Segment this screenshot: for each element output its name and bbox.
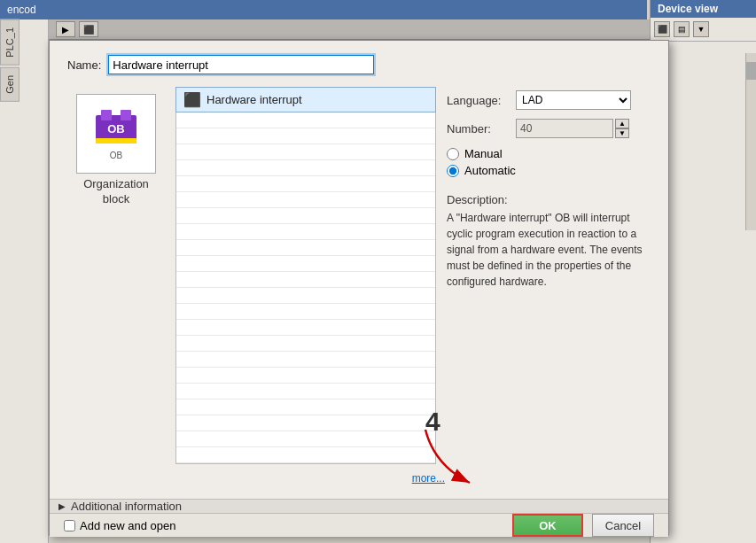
svg-rect-2 [121, 110, 131, 120]
spin-buttons: ▲ ▼ [615, 119, 629, 138]
cancel-button[interactable]: Cancel [592, 514, 654, 537]
sidebar-tab-gen[interactable]: Gen [0, 67, 19, 102]
language-row: Language: LAD FBD STL SCL [447, 90, 651, 110]
list-row [176, 352, 435, 368]
list-row [176, 431, 435, 447]
spin-up-btn[interactable]: ▲ [615, 119, 629, 128]
add-open-label: Add new and open [80, 519, 175, 532]
ide-toolbar: ▶ ⬛ [49, 19, 650, 40]
list-row [176, 447, 435, 463]
right-panel-btn-3[interactable]: ▼ [693, 21, 709, 37]
radio-automatic-row: Automatic [447, 164, 651, 177]
ide-titlebar: encod [0, 0, 647, 19]
options-panel: Language: LAD FBD STL SCL Number: ▲ [447, 87, 651, 464]
ide-title: encod [7, 4, 36, 16]
list-row [176, 192, 435, 208]
sidebar-tab-plc[interactable]: PLC_1 [0, 19, 19, 66]
number-row: Number: ▲ ▼ [447, 119, 651, 138]
list-selected-item[interactable]: ⬛ Hardware interrupt [175, 87, 436, 112]
expand-icon[interactable]: ▶ [58, 501, 66, 511]
ok-button[interactable]: OK [512, 514, 583, 537]
dialog-footer: Add new and open OK Cancel [50, 513, 668, 537]
right-panel-scrollbar[interactable] [745, 53, 756, 230]
right-panel-title: Device view [651, 0, 756, 18]
list-row [176, 128, 435, 144]
right-panel-btn-1[interactable]: ⬛ [654, 21, 670, 37]
language-label: Language: [447, 94, 509, 107]
additional-info-bar: ▶ Additional information [50, 499, 668, 513]
number-label: Number: [447, 122, 509, 136]
number-input[interactable] [516, 119, 613, 138]
ob-icon-svg: OB [94, 108, 138, 147]
radio-manual[interactable] [447, 148, 459, 160]
description-text: A "Hardware interrupt" OB will interrupt… [447, 210, 651, 290]
list-row [176, 176, 435, 192]
add-open-checkbox[interactable] [64, 520, 75, 531]
radio-automatic-label: Automatic [464, 164, 516, 177]
svg-rect-4 [96, 138, 136, 144]
list-row [176, 144, 435, 160]
list-row [176, 368, 435, 384]
scrollbar-thumb[interactable] [746, 62, 756, 80]
more-link[interactable]: more... [412, 472, 445, 485]
svg-rect-1 [101, 110, 112, 120]
additional-info-label: Additional information [71, 500, 182, 513]
list-row [176, 304, 435, 320]
block-panel: OB OB Organization block [67, 87, 165, 464]
block-label: Organization block [83, 177, 149, 207]
block-icon-box: OB OB [76, 94, 156, 174]
spin-down-btn[interactable]: ▼ [615, 128, 629, 138]
toolbar-btn-2[interactable]: ⬛ [79, 21, 98, 37]
list-row [176, 336, 435, 352]
list-row [176, 208, 435, 224]
description-label: Description: [447, 193, 651, 206]
left-sidebar: PLC_1 Gen [0, 19, 49, 543]
list-row [176, 384, 435, 399]
name-label: Name: [67, 58, 101, 72]
dialog-add-block: Name: Hardware interrupt OB [49, 40, 669, 536]
more-link-container: more... [67, 471, 651, 485]
list-area [175, 112, 436, 464]
list-item-label: Hardware interrupt [207, 93, 302, 106]
list-row [176, 112, 435, 128]
list-row [176, 240, 435, 256]
description-box: Description: A "Hardware interrupt" OB w… [447, 193, 651, 290]
radio-manual-label: Manual [464, 147, 503, 160]
list-item-icon: ⬛ [183, 91, 201, 108]
number-input-box: ▲ ▼ [516, 119, 629, 138]
name-row: Name: Hardware interrupt [67, 55, 651, 74]
name-input[interactable]: Hardware interrupt [108, 55, 374, 74]
list-row [176, 288, 435, 304]
right-panel-btn-2[interactable]: ▤ [674, 21, 690, 37]
list-row [176, 399, 435, 415]
radio-group: Manual Automatic [447, 147, 651, 177]
list-row [176, 160, 435, 176]
list-row [176, 224, 435, 240]
list-row [176, 272, 435, 288]
ob-text-label: OB [110, 151, 122, 160]
radio-manual-row: Manual [447, 147, 651, 160]
radio-automatic[interactable] [447, 165, 459, 177]
main-content-row: OB OB Organization block ⬛ Hardware inte… [67, 87, 651, 464]
list-row [176, 415, 435, 431]
list-row [176, 256, 435, 272]
language-select[interactable]: LAD FBD STL SCL [516, 90, 631, 110]
list-panel: ⬛ Hardware interrupt [175, 87, 436, 464]
svg-text:OB: OB [107, 122, 125, 136]
toolbar-btn-1[interactable]: ▶ [56, 21, 75, 37]
list-row [176, 320, 435, 336]
checkbox-row: Add new and open [64, 519, 503, 532]
